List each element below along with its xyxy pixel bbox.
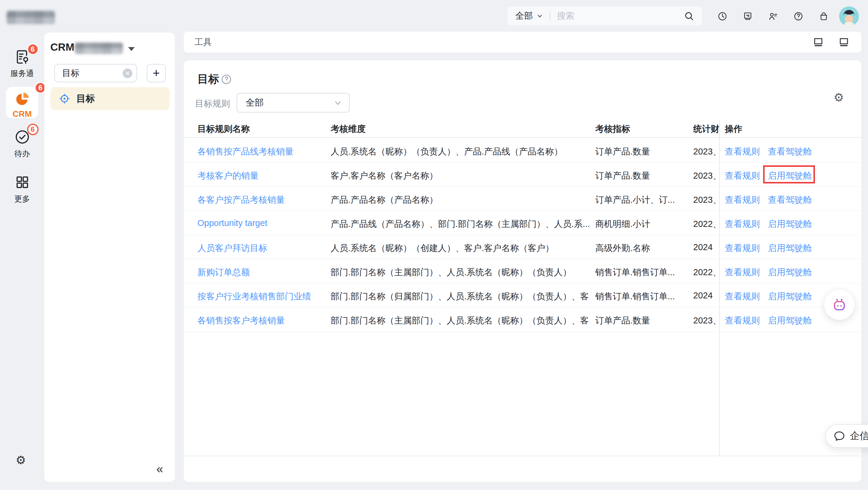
filter-label: 目标规则 xyxy=(195,98,230,110)
window-icon[interactable] xyxy=(838,37,849,48)
divider xyxy=(550,11,550,21)
table-row: 各销售按客户考核销量 部门.部门名称（主属部门）、人员.系统名（昵称）（负责人）… xyxy=(184,308,861,332)
table-row: 新购订单总额 部门.部门名称（主属部门）、人员.系统名（昵称）（负责人） 销售订… xyxy=(184,259,861,283)
fiscal-year-cell: 2023、 xyxy=(693,194,719,206)
global-search[interactable]: 全部 搜索 xyxy=(507,7,702,25)
caret-down-icon[interactable] xyxy=(128,47,135,51)
enable-dashboard-link[interactable]: 启用驾驶舱 xyxy=(768,266,812,279)
col-header-dims: 考核维度 xyxy=(331,123,366,135)
history-icon[interactable] xyxy=(717,11,727,22)
dimension-cell: 部门.部门名称（主属部门）、人员.系统名（昵称）（负责人） xyxy=(331,266,590,279)
rule-name-link[interactable]: Opportunity target xyxy=(197,218,327,228)
view-rule-link[interactable]: 查看规则 xyxy=(725,218,760,230)
col-header-ops: 操作 xyxy=(725,123,742,135)
metric-cell: 商机明细.小计 xyxy=(595,218,691,230)
collapse-sidebar-button[interactable]: « xyxy=(156,462,163,476)
target-icon xyxy=(59,93,70,105)
chevron-down-icon xyxy=(536,13,543,19)
view-rule-link[interactable]: 查看规则 xyxy=(725,242,760,254)
view-rule-link[interactable]: 查看规则 xyxy=(725,146,760,158)
view-rule-link[interactable]: 查看规则 xyxy=(725,291,760,302)
user-avatar[interactable] xyxy=(839,6,859,26)
table-body: 各销售按产品线考核销量 人员.系统名（昵称）（负责人）、产品.产品线（产品名称）… xyxy=(184,139,861,332)
settings-gear-icon[interactable]: ⚙ xyxy=(16,454,26,466)
col-header-year: 统计财 xyxy=(693,123,719,135)
page-title: 目标 xyxy=(197,72,219,87)
fiscal-year-cell: 2023、 xyxy=(693,315,719,327)
metric-cell: 订单产品.数量 xyxy=(595,170,691,182)
col-header-metric: 考核指标 xyxy=(595,123,630,135)
rail-item-service[interactable]: 6 服务通 xyxy=(0,48,44,79)
sidebar-search-input[interactable]: 目标 ✕ xyxy=(54,64,137,82)
ai-assistant-button[interactable] xyxy=(824,290,855,320)
sidebar-item-goal[interactable]: 目标 xyxy=(50,87,170,110)
table-header: 目标规则名称 考核维度 考核指标 统计财 操作 xyxy=(184,121,861,138)
table-row: 各客户按产品考核销量 产品.产品名称（产品名称） 订单产品.小计、订... 20… xyxy=(184,187,861,211)
search-icon[interactable] xyxy=(684,10,694,22)
qixin-chat-button[interactable]: 企信 xyxy=(825,424,868,448)
metric-cell: 订单产品.小计、订... xyxy=(595,194,691,206)
rail-item-todo[interactable]: 6 待办 xyxy=(0,128,44,159)
tab-tools[interactable]: 工具 xyxy=(194,32,212,53)
goal-panel: 目标 目标规则 全部 ⚙ 目标规则名称 考核维度 考核指标 统计财 操作 各销售… xyxy=(184,60,861,482)
bag-icon[interactable] xyxy=(818,11,829,22)
enable-dashboard-link[interactable]: 启用驾驶舱 xyxy=(768,242,812,254)
dimension-cell: 人员.系统名（昵称）（负责人）、产品.产品线（产品名称） xyxy=(331,146,590,158)
rail-item-label: CRM xyxy=(6,109,38,119)
help-icon[interactable] xyxy=(793,11,804,22)
view-dashboard-link[interactable]: 查看驾驶舱 xyxy=(768,194,812,206)
rule-name-link[interactable]: 考核客户的销量 xyxy=(197,170,327,182)
app-rail: 6 服务通 6 CRM 6 待办 xyxy=(0,33,44,490)
view-dashboard-link[interactable]: 查看驾驶舱 xyxy=(768,146,812,158)
rule-name-link[interactable]: 各销售按产品线考核销量 xyxy=(197,146,327,158)
metric-cell: 销售订单.销售订单... xyxy=(595,291,691,302)
rule-name-link[interactable]: 人员客户拜访目标 xyxy=(197,242,327,254)
rail-item-label: 服务通 xyxy=(0,68,44,79)
search-scope-select[interactable]: 全部 xyxy=(516,10,533,22)
metric-cell: 销售订单.销售订单... xyxy=(595,266,691,279)
grid-more-icon xyxy=(14,174,31,191)
rail-item-crm-active[interactable]: 6 CRM xyxy=(6,87,38,118)
inbox-icon[interactable] xyxy=(743,11,753,22)
rule-filter-dropdown[interactable]: 全部 xyxy=(237,93,350,113)
rule-name-link[interactable]: 各客户按产品考核销量 xyxy=(197,194,327,206)
company-logo xyxy=(7,11,55,24)
fiscal-year-cell: 2024 xyxy=(693,242,719,252)
add-button[interactable]: + xyxy=(147,64,166,82)
rule-name-link[interactable]: 新购订单总额 xyxy=(197,266,327,279)
rail-item-more[interactable]: 更多 xyxy=(0,174,44,204)
redacted-subtitle xyxy=(75,42,123,54)
chevron-down-icon xyxy=(333,98,342,108)
search-input[interactable]: 搜索 xyxy=(557,10,575,22)
view-rule-link[interactable]: 查看规则 xyxy=(725,194,760,206)
view-rule-link[interactable]: 查看规则 xyxy=(725,170,760,182)
badge-count: 6 xyxy=(27,44,38,55)
window-icon[interactable] xyxy=(813,37,824,48)
top-bar: 全部 搜索 xyxy=(0,0,868,33)
table-row: Opportunity target 产品.产品线（产品名称）、部门.部门名称（… xyxy=(184,211,861,235)
table-row: 按客户行业考核销售部门业绩 部门.部门名称（归属部门）、人员.系统名（昵称）（负… xyxy=(184,283,861,308)
dimension-cell: 产品.产品名称（产品名称） xyxy=(331,194,590,206)
enable-dashboard-link[interactable]: 启用驾驶舱 xyxy=(768,315,812,327)
clear-icon[interactable]: ✕ xyxy=(123,68,132,78)
sidebar-item-label: 目标 xyxy=(76,92,95,105)
table-row: 人员客户拜访目标 人员.系统名（昵称）（创建人）、客户.客户名称（客户） 高级外… xyxy=(184,235,861,259)
enable-dashboard-link[interactable]: 启用驾驶舱 xyxy=(768,291,812,302)
help-icon[interactable] xyxy=(221,74,232,85)
rule-name-link[interactable]: 各销售按客户考核销量 xyxy=(197,315,327,327)
fiscal-year-cell: 2023、 xyxy=(693,146,719,158)
fixed-column-divider xyxy=(719,121,720,456)
rail-item-label: 更多 xyxy=(0,194,44,204)
rail-item-label: 待办 xyxy=(0,148,44,159)
fiscal-year-cell: 2023、 xyxy=(693,170,719,182)
contacts-icon[interactable] xyxy=(768,11,778,22)
dropdown-value: 全部 xyxy=(246,96,333,109)
topbar-icon-group xyxy=(717,11,829,22)
table-settings-icon[interactable]: ⚙ xyxy=(834,92,844,103)
rule-name-link[interactable]: 按客户行业考核销售部门业绩 xyxy=(197,291,327,302)
chat-button-label: 企信 xyxy=(850,429,868,443)
view-rule-link[interactable]: 查看规则 xyxy=(725,266,760,279)
dimension-cell: 人员.系统名（昵称）（创建人）、客户.客户名称（客户） xyxy=(331,242,590,254)
view-rule-link[interactable]: 查看规则 xyxy=(725,315,760,327)
enable-dashboard-link[interactable]: 启用驾驶舱 xyxy=(768,218,812,230)
